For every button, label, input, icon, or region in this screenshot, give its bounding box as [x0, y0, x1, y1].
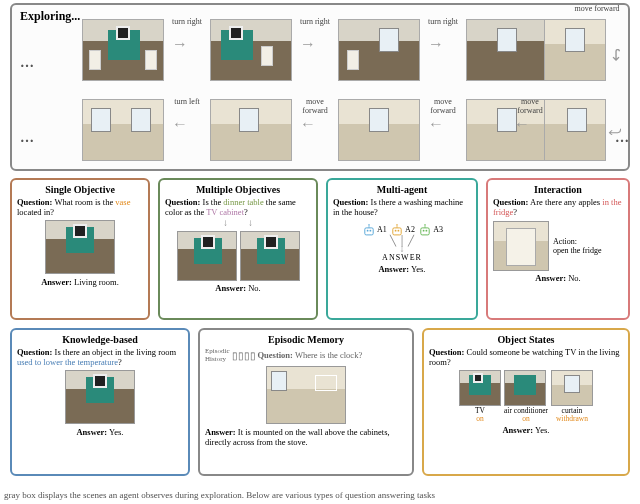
- arrow-left-icon: ←: [300, 115, 316, 133]
- svg-rect-10: [421, 228, 429, 235]
- filmstrip-icon: ▯▯▯▯: [232, 350, 256, 361]
- ellipsis-icon: …: [20, 55, 34, 71]
- action-label: move forward: [510, 97, 550, 115]
- exploring-label: Exploring...: [20, 9, 80, 24]
- card-object-states: Object States Question: Could someone be…: [422, 328, 630, 476]
- scene-thumb: [551, 370, 593, 406]
- svg-point-12: [426, 230, 428, 232]
- card-title: Interaction: [493, 184, 623, 195]
- scene-thumb: [544, 99, 606, 161]
- answer-text: Answer: Yes.: [17, 427, 183, 437]
- answer-text: Answer: It is mounted on the wall above …: [205, 427, 407, 447]
- svg-point-6: [395, 230, 397, 232]
- arrow-right-icon: →: [172, 35, 188, 53]
- scene-thumb: [177, 231, 237, 281]
- card-title: Knowledge-based: [17, 334, 183, 345]
- question-text: Question: Is there a washing machine in …: [333, 197, 471, 217]
- scene-thumb: [240, 231, 300, 281]
- card-multi-agent: Multi-agent Question: Is there a washing…: [326, 178, 478, 320]
- robot-icon: [362, 223, 376, 237]
- answer-text: Answer: No.: [165, 283, 311, 293]
- scene-thumb: [82, 19, 164, 81]
- answer-label: ANSWER: [333, 253, 471, 262]
- scene-thumb: [338, 99, 420, 161]
- svg-point-11: [423, 230, 425, 232]
- answer-text: Answer: No.: [493, 273, 623, 283]
- scene-thumb: [210, 99, 292, 161]
- action-label: move forward: [423, 97, 463, 115]
- arrow-left-icon: ←: [172, 115, 188, 133]
- scene-thumb: [504, 370, 546, 406]
- action-label: move forward: [295, 97, 335, 115]
- action-label: turn right: [167, 17, 207, 26]
- ellipsis-icon: …: [20, 130, 34, 146]
- card-title: Single Objective: [17, 184, 143, 195]
- merge-arrows-icon: ╲ │ ╱↓: [333, 237, 471, 253]
- arrow-right-icon: →: [428, 35, 444, 53]
- action-label: turn right: [423, 17, 463, 26]
- arrow-right-icon: →: [300, 35, 316, 53]
- question-text: Question: Are there any apples in the fr…: [493, 197, 623, 217]
- card-episodic-memory: Episodic Memory Episodic History ▯▯▯▯ Qu…: [198, 328, 414, 476]
- scene-thumb: [459, 370, 501, 406]
- scene-thumb: [544, 19, 606, 81]
- scene-thumb: [466, 19, 548, 81]
- question-text: Question: What room is the vase located …: [17, 197, 143, 217]
- svg-point-14: [424, 224, 425, 225]
- robot-icon: [418, 223, 432, 237]
- card-title: Episodic Memory: [205, 334, 407, 345]
- figure-caption: gray box displays the scenes an agent ob…: [4, 490, 636, 500]
- scene-thumb: [65, 370, 135, 424]
- svg-rect-5: [393, 228, 401, 235]
- arrow-left-icon: ←: [428, 115, 444, 133]
- scene-thumb: [82, 99, 164, 161]
- card-multiple-objectives: Multiple Objectives Question: Is the din…: [158, 178, 318, 320]
- scene-thumb: [493, 221, 549, 271]
- action-text: Action: open the fridge: [553, 237, 601, 255]
- card-interaction: Interaction Question: Are there any appl…: [486, 178, 630, 320]
- scene-thumb: [210, 19, 292, 81]
- scene-thumb: [338, 19, 420, 81]
- card-title: Object States: [429, 334, 623, 345]
- exploration-panel: Exploring... … … … turn right→ turn righ…: [10, 3, 630, 171]
- answer-text: Answer: Yes.: [333, 264, 471, 274]
- question-text: Question: Is the dinner table the same c…: [165, 197, 311, 217]
- svg-point-4: [368, 224, 369, 225]
- episodic-history-row: Episodic History ▯▯▯▯ Question: Where is…: [205, 347, 407, 363]
- answer-text: Answer: Living room.: [17, 277, 143, 287]
- svg-point-1: [367, 230, 369, 232]
- arrow-left-icon: ←: [514, 115, 530, 133]
- curved-arrow-icon: ↪: [607, 48, 626, 61]
- card-title: Multi-agent: [333, 184, 471, 195]
- card-knowledge-based: Knowledge-based Question: Is there an ob…: [10, 328, 190, 476]
- action-label: turn right: [295, 17, 335, 26]
- answer-text: Answer: Yes.: [429, 425, 623, 435]
- scene-thumb: [45, 220, 115, 274]
- curved-arrow-icon: ⤵: [605, 128, 623, 136]
- question-text: Question: Is there an object in the livi…: [17, 347, 183, 367]
- svg-point-7: [398, 230, 400, 232]
- svg-rect-0: [365, 228, 373, 235]
- card-single-objective: Single Objective Question: What room is …: [10, 178, 150, 320]
- arrow-down-icon: ↓ ↓: [165, 217, 311, 228]
- action-label: turn left: [167, 97, 207, 106]
- svg-point-9: [396, 224, 397, 225]
- question-text: Question: Could someone be watching TV i…: [429, 347, 623, 367]
- card-title: Multiple Objectives: [165, 184, 311, 195]
- action-label: move forward: [572, 4, 622, 13]
- svg-point-2: [370, 230, 372, 232]
- scene-thumb: [266, 366, 346, 424]
